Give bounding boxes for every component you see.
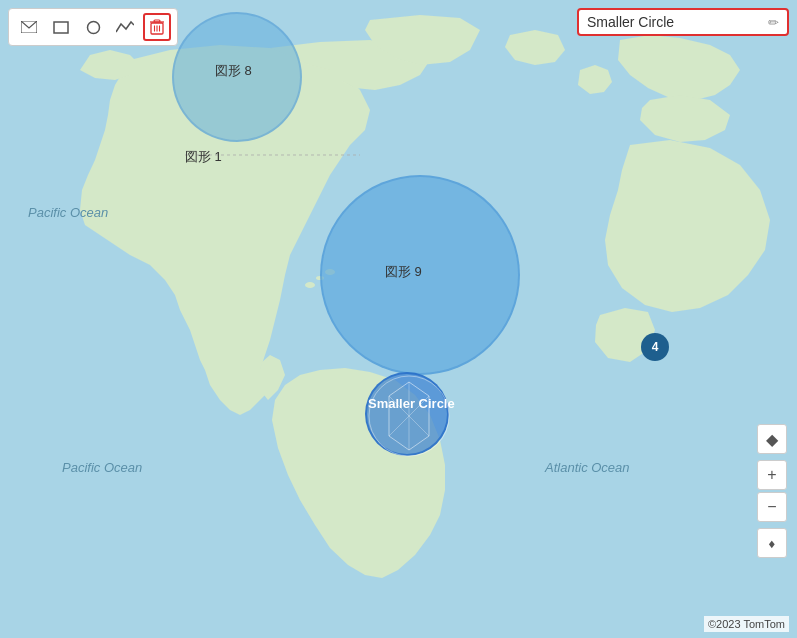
svg-point-1 (305, 282, 315, 288)
cluster-badge[interactable]: 4 (641, 333, 669, 361)
zoom-out-button[interactable]: − (757, 492, 787, 522)
shape-name-input-box[interactable]: ✏ (577, 8, 789, 36)
svg-point-12 (87, 21, 99, 33)
rectangle-tool-button[interactable] (47, 13, 75, 41)
copyright-notice: ©2023 TomTom (704, 616, 789, 632)
delete-tool-button[interactable] (143, 13, 171, 41)
svg-rect-15 (154, 20, 160, 22)
locate-button[interactable]: ⬧ (757, 528, 787, 558)
zoom-controls: ◆ + − ⬧ (757, 424, 787, 558)
svg-point-3 (325, 269, 335, 275)
svg-rect-11 (54, 22, 68, 33)
toolbar (8, 8, 178, 46)
shape-name-input[interactable] (587, 14, 762, 30)
svg-point-2 (316, 276, 324, 280)
edit-icon[interactable]: ✏ (768, 15, 779, 30)
compass-button[interactable]: ◆ (757, 424, 787, 454)
zoom-in-button[interactable]: + (757, 460, 787, 490)
line-tool-button[interactable] (111, 13, 139, 41)
map-container: 図形 8 図形 1 図形 9 Smaller Circle Pacific Oc… (0, 0, 797, 638)
circle-tool-button[interactable] (79, 13, 107, 41)
mail-tool-button[interactable] (15, 13, 43, 41)
